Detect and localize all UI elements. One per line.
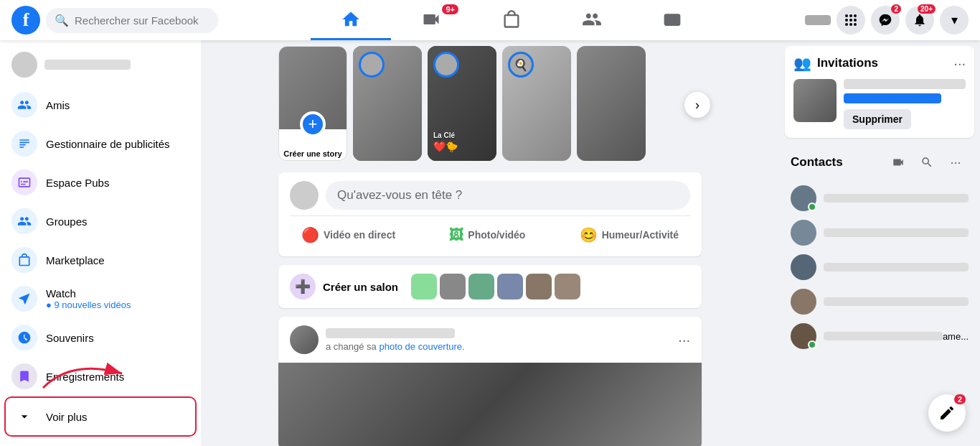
feed-post-meta-link[interactable]: photo de couverture. <box>379 341 464 352</box>
sidebar-item-souvenirs[interactable]: Souvenirs <box>6 319 195 356</box>
sidebar-item-marketplace[interactable]: Marketplace <box>6 241 195 279</box>
contact-5-row: ame... <box>824 331 969 342</box>
contacts-more-btn[interactable]: ··· <box>943 149 969 175</box>
feed-post-more[interactable]: ··· <box>678 332 690 348</box>
chat-fab[interactable]: 2 <box>928 394 966 432</box>
nav-video[interactable]: 9+ <box>391 0 471 40</box>
marketplace-icon <box>11 247 37 273</box>
post-action-video[interactable]: 🔴 Vidéo en direct <box>290 222 407 248</box>
sidebar-profile[interactable] <box>6 46 195 83</box>
messenger-button[interactable]: 2 <box>871 6 900 34</box>
invitations-box: 👥 Invitations ··· Supprimer <box>785 46 974 138</box>
post-placeholder: Qu'avez-vous en tête ? <box>337 188 462 203</box>
sidebar-label-watch: Watch <box>46 287 131 299</box>
contacts-header: Contacts ··· <box>791 149 969 175</box>
story-emoji-2: ❤️🐤 <box>433 141 458 152</box>
contact-item-1[interactable] <box>791 181 969 215</box>
contact-item-4[interactable] <box>791 284 969 319</box>
post-action-humeur[interactable]: 😊 Humeur/Activité <box>568 222 690 248</box>
sidebar-watch-info: Watch ● 9 nouvelles vidéos <box>46 287 131 310</box>
sidebar-label-marketplace: Marketplace <box>46 254 105 266</box>
create-story-btn[interactable]: + <box>300 111 326 137</box>
profile-thumbnail[interactable] <box>805 15 831 25</box>
contact-name-4 <box>824 297 969 306</box>
contact-name-3 <box>824 263 969 271</box>
story-avatar-1 <box>359 52 385 78</box>
inv-title: Invitations <box>817 56 948 70</box>
svg-point-8 <box>849 23 852 26</box>
story-avatar-2 <box>433 52 459 78</box>
nav-marketplace[interactable] <box>471 0 552 40</box>
nav-home[interactable] <box>311 0 391 40</box>
dropdown-button[interactable]: ▾ <box>940 6 969 34</box>
apps-button[interactable] <box>837 6 865 34</box>
svg-point-4 <box>845 19 848 22</box>
svg-point-3 <box>854 14 857 17</box>
inv-more-btn[interactable]: ··· <box>953 55 966 72</box>
stories-next-btn[interactable]: › <box>684 92 710 118</box>
salon-av-5 <box>526 274 552 299</box>
feed-post-image <box>278 363 702 446</box>
svg-point-5 <box>849 19 852 22</box>
sidebar-item-watch[interactable]: Watch ● 9 nouvelles vidéos <box>6 280 195 317</box>
sidebar-item-espace-pubs[interactable]: Espace Pubs <box>6 164 195 201</box>
sidebar-label-pub: Gestionnaire de publicités <box>46 138 170 150</box>
nav-video-badge: 9+ <box>442 4 458 14</box>
story-card-2[interactable]: La Clé ❤️🐤 <box>428 46 496 161</box>
svg-point-6 <box>854 19 857 22</box>
story-card-4[interactable] <box>577 46 646 161</box>
sidebar-label-groupes: Groupes <box>46 215 88 228</box>
video-direct-label: Vidéo en direct <box>324 229 395 241</box>
photo-video-label: Photo/vidéo <box>468 229 525 241</box>
feed-post-1: a changé sa photo de couverture. ··· <box>278 317 702 446</box>
sidebar-item-pub[interactable]: Gestionnaire de publicités <box>6 125 195 162</box>
search-input[interactable] <box>75 14 209 27</box>
nav-groups[interactable] <box>552 0 632 40</box>
groupes-icon <box>11 208 37 234</box>
post-input[interactable]: Qu'avez-vous en tête ? <box>326 181 690 210</box>
salon-label[interactable]: Créer un salon <box>323 281 398 293</box>
watch-icon <box>11 286 37 312</box>
supprimer-button[interactable]: Supprimer <box>844 109 911 129</box>
chat-fab-badge: 2 <box>954 394 966 404</box>
humeur-icon: 😊 <box>580 226 598 243</box>
post-avatar <box>290 181 319 210</box>
post-action-photo[interactable]: 🖼 Photo/vidéo <box>438 222 537 248</box>
inv-avatar <box>793 79 837 122</box>
create-story-card[interactable]: + Créer une story <box>278 46 347 161</box>
contacts-video-btn[interactable] <box>885 149 911 175</box>
search-icon: 🔍 <box>55 14 69 27</box>
sidebar-item-amis[interactable]: Amis <box>6 86 195 124</box>
create-story-label: Créer une story <box>279 149 347 159</box>
amis-icon <box>11 92 37 118</box>
sidebar-label-voir-plus: Voir plus <box>46 411 88 423</box>
post-box: Qu'avez-vous en tête ? 🔴 Vidéo en direct… <box>278 172 702 256</box>
sidebar-label-enregistrements: Enregistrements <box>46 371 124 383</box>
fb-logo[interactable]: f <box>11 6 40 34</box>
inv-icon: 👥 <box>793 55 811 72</box>
sidebar-item-groupes[interactable]: Groupes <box>6 203 195 240</box>
sidebar-profile-name <box>44 60 131 70</box>
story-card-3[interactable]: 🍳 <box>502 46 571 161</box>
contact-item-5[interactable]: ame... <box>791 319 969 353</box>
svg-point-1 <box>845 14 848 17</box>
contact-online-1 <box>808 203 816 211</box>
contact-item-2[interactable] <box>791 215 969 250</box>
sidebar: Amis Gestionnaire de publicités Espace P… <box>0 40 201 446</box>
salon-av-6 <box>555 274 580 299</box>
post-divider <box>290 215 690 216</box>
contact-name-suffix: ame... <box>943 331 969 342</box>
stories-container: + Créer une story La Clé ❤️🐤 <box>278 46 702 164</box>
sidebar-item-voir-plus[interactable]: Voir plus <box>6 398 195 435</box>
nav-center: 9+ <box>224 0 799 40</box>
nav-gaming[interactable] <box>632 0 712 40</box>
contacts-actions: ··· <box>885 149 969 175</box>
search-bar[interactable]: 🔍 <box>46 8 218 33</box>
feed-post-header: a changé sa photo de couverture. ··· <box>278 317 702 363</box>
feed-post-avatar <box>290 325 319 354</box>
story-card-1[interactable] <box>353 46 422 161</box>
sidebar-item-enregistrements[interactable]: Enregistrements <box>6 358 195 395</box>
notifications-button[interactable]: 20+ <box>905 6 934 34</box>
contact-item-3[interactable] <box>791 250 969 284</box>
contacts-search-btn[interactable] <box>914 149 940 175</box>
